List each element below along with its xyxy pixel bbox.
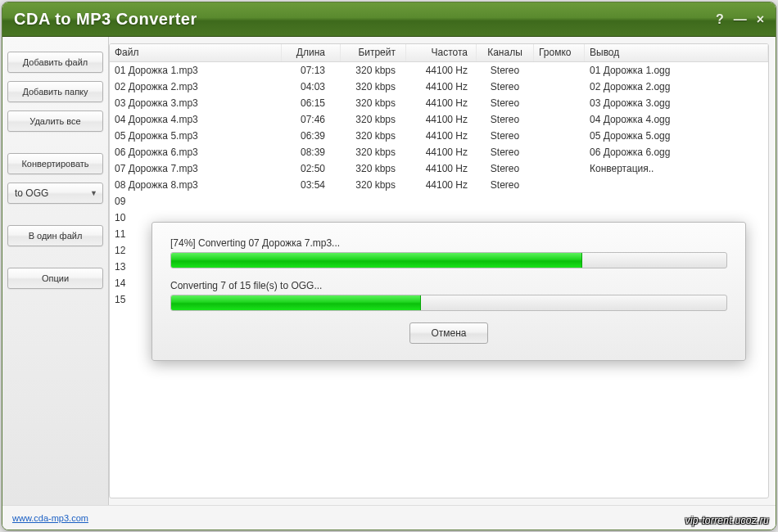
cell-bitrate: 320 kbps	[341, 144, 406, 160]
cell-bitrate: 320 kbps	[341, 95, 406, 111]
cell-length: 06:15	[282, 95, 341, 111]
cell-output	[585, 177, 768, 193]
options-button[interactable]: Опции	[7, 268, 103, 289]
cell-file: 04 Дорожка 4.mp3	[110, 111, 282, 128]
chevron-down-icon: ▼	[90, 189, 97, 197]
cell-loudness	[534, 62, 585, 79]
file-progress-bar	[170, 252, 727, 268]
cell-file: 01 Дорожка 1.mp3	[110, 62, 282, 79]
website-link[interactable]: www.cda-mp3.com	[12, 513, 88, 523]
cell-channels: Stereo	[477, 79, 534, 95]
cell-channels	[477, 193, 534, 210]
cell-bitrate: 320 kbps	[341, 62, 406, 79]
add-file-button[interactable]: Добавить файл	[7, 52, 103, 73]
cell-file: 02 Дорожка 2.mp3	[110, 79, 282, 95]
cell-frequency: 44100 Hz	[406, 79, 477, 95]
format-select-value: to OGG	[15, 187, 48, 199]
single-file-button[interactable]: В один файл	[7, 225, 103, 246]
app-window: CDA to MP3 Converter ? — × Добавить файл…	[2, 2, 776, 530]
total-progress-label: Converting 7 of 15 file(s) to OGG...	[170, 280, 727, 291]
cell-length: 07:13	[282, 62, 341, 79]
convert-button[interactable]: Конвертировать	[7, 153, 103, 174]
table-row[interactable]: 08 Дорожка 8.mp303:54320 kbps44100 HzSte…	[110, 177, 768, 193]
cancel-button[interactable]: Отмена	[409, 322, 488, 344]
cell-frequency: 44100 Hz	[406, 144, 477, 160]
cell-output: 04 Дорожка 4.ogg	[585, 111, 768, 128]
sidebar: Добавить файл Добавить папку Удалить все…	[2, 37, 109, 505]
cell-channels: Stereo	[477, 111, 534, 128]
close-icon[interactable]: ×	[757, 12, 764, 27]
cell-length: 04:03	[282, 79, 341, 95]
table-row[interactable]: 05 Дорожка 5.mp306:39320 kbps44100 HzSte…	[110, 128, 768, 144]
cell-file: 09	[110, 193, 282, 210]
delete-all-button[interactable]: Удалить все	[7, 110, 103, 132]
col-bitrate[interactable]: Битрейт	[341, 44, 406, 61]
cell-frequency: 44100 Hz	[406, 160, 477, 177]
cell-channels: Stereo	[477, 160, 534, 177]
cell-loudness	[534, 193, 585, 210]
cell-length: 06:39	[282, 128, 341, 144]
col-file[interactable]: Файл	[110, 44, 282, 61]
cell-output: 03 Дорожка 3.ogg	[585, 95, 768, 111]
table-row[interactable]: 06 Дорожка 6.mp308:39320 kbps44100 HzSte…	[110, 144, 768, 160]
table-row[interactable]: 09	[110, 193, 768, 210]
cell-file: 03 Дорожка 3.mp3	[110, 95, 282, 111]
cell-file: 06 Дорожка 6.mp3	[110, 144, 282, 160]
table-row[interactable]: 02 Дорожка 2.mp304:03320 kbps44100 HzSte…	[110, 79, 768, 95]
table-row[interactable]: 03 Дорожка 3.mp306:15320 kbps44100 HzSte…	[110, 95, 768, 111]
file-progress-label: [74%] Converting 07 Дорожка 7.mp3...	[170, 237, 727, 249]
cell-output: Конвертация..	[585, 160, 768, 177]
titlebar[interactable]: CDA to MP3 Converter ? — ×	[2, 2, 776, 37]
cell-loudness	[534, 111, 585, 128]
cell-bitrate: 320 kbps	[341, 177, 406, 193]
col-length[interactable]: Длина	[282, 44, 341, 61]
cell-frequency: 44100 Hz	[406, 128, 477, 144]
cell-output: 05 Дорожка 5.ogg	[585, 128, 768, 144]
cell-length: 08:39	[282, 144, 341, 160]
table-row[interactable]: 07 Дорожка 7.mp302:50320 kbps44100 HzSte…	[110, 160, 768, 177]
cell-channels: Stereo	[477, 95, 534, 111]
cell-loudness	[534, 160, 585, 177]
cell-frequency: 44100 Hz	[406, 177, 477, 193]
cell-file: 05 Дорожка 5.mp3	[110, 128, 282, 144]
col-loudness[interactable]: Громко	[534, 44, 585, 61]
table-row[interactable]: 04 Дорожка 4.mp307:46320 kbps44100 HzSte…	[110, 111, 768, 128]
cell-length: 07:46	[282, 111, 341, 128]
format-select[interactable]: to OGG ▼	[7, 183, 103, 204]
cell-file: 07 Дорожка 7.mp3	[110, 160, 282, 177]
cell-frequency: 44100 Hz	[406, 95, 477, 111]
cell-output: 06 Дорожка 6.ogg	[585, 144, 768, 160]
table-row[interactable]: 01 Дорожка 1.mp307:13320 kbps44100 HzSte…	[110, 62, 768, 79]
cell-length: 02:50	[282, 160, 341, 177]
cell-bitrate: 320 kbps	[341, 79, 406, 95]
cell-channels: Stereo	[477, 62, 534, 79]
total-progress-fill	[171, 295, 421, 310]
total-progress-bar	[170, 295, 727, 311]
col-channels[interactable]: Каналы	[477, 44, 534, 61]
add-folder-button[interactable]: Добавить папку	[7, 81, 103, 102]
cell-loudness	[534, 144, 585, 160]
cell-output	[585, 193, 768, 210]
help-icon[interactable]: ?	[716, 12, 724, 27]
cell-loudness	[534, 79, 585, 95]
file-progress-fill	[171, 253, 582, 268]
cell-bitrate	[341, 193, 406, 210]
minimize-icon[interactable]: —	[734, 12, 747, 27]
cell-frequency	[406, 193, 477, 210]
footer: www.cda-mp3.com	[2, 505, 776, 530]
cell-channels: Stereo	[477, 177, 534, 193]
cell-bitrate: 320 kbps	[341, 128, 406, 144]
column-headers: Файл Длина Битрейт Частота Каналы Громко…	[110, 44, 768, 62]
window-title: CDA to MP3 Converter	[14, 10, 706, 29]
cell-length: 03:54	[282, 177, 341, 193]
col-frequency[interactable]: Частота	[406, 44, 477, 61]
cell-length	[282, 193, 341, 210]
cell-output: 02 Дорожка 2.ogg	[585, 79, 768, 95]
cell-channels: Stereo	[477, 128, 534, 144]
cell-frequency: 44100 Hz	[406, 111, 477, 128]
cell-file: 08 Дорожка 8.mp3	[110, 177, 282, 193]
progress-dialog: [74%] Converting 07 Дорожка 7.mp3... Con…	[152, 222, 746, 361]
cell-channels: Stereo	[477, 144, 534, 160]
col-output[interactable]: Вывод	[585, 44, 768, 61]
cell-output: 01 Дорожка 1.ogg	[585, 62, 768, 79]
